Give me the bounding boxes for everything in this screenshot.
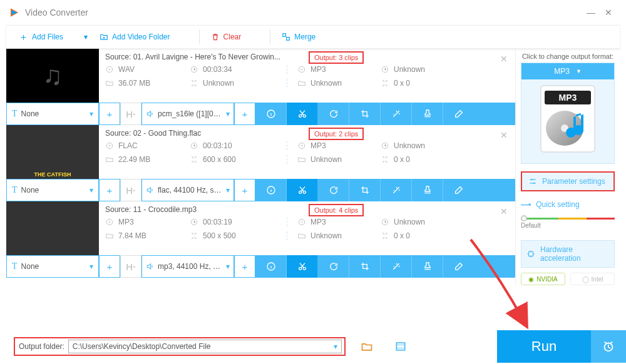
remove-item-button[interactable]: ✕: [500, 206, 508, 216]
edit-button[interactable]: [443, 179, 475, 201]
quality-slider[interactable]: [521, 218, 615, 220]
info-button[interactable]: [255, 255, 287, 278]
effects-button[interactable]: [381, 255, 412, 278]
crop-button[interactable]: [349, 179, 381, 201]
rotate-button[interactable]: [318, 255, 349, 278]
input-dimensions: 500 x 500: [203, 231, 236, 240]
merge-button[interactable]: Merge: [282, 33, 316, 41]
add-audio-button[interactable]: +: [234, 255, 255, 278]
clock-icon: [381, 65, 389, 74]
crop-button[interactable]: [349, 103, 381, 125]
rotate-button[interactable]: [318, 179, 349, 201]
folder-plus-icon: [100, 33, 108, 41]
clock-icon: [381, 141, 389, 150]
add-video-folder-button[interactable]: Add Video Folder: [100, 33, 170, 41]
chevron-down-icon: ▾: [226, 262, 230, 271]
svg-point-35: [533, 183, 535, 184]
subtitle-value: None: [21, 109, 39, 118]
edit-button[interactable]: [443, 255, 475, 278]
slider-knob[interactable]: [521, 215, 527, 221]
chevron-down-icon: ▾: [334, 342, 337, 351]
minimize-button[interactable]: —: [582, 8, 600, 18]
add-audio-button[interactable]: +: [234, 103, 255, 125]
disc-icon: [105, 65, 114, 74]
schedule-button[interactable]: [591, 330, 626, 363]
hw-accel-label: Hardware acceleration: [540, 245, 609, 263]
svg-rect-1: [287, 38, 290, 41]
output-duration: Unknown: [394, 141, 425, 150]
close-button[interactable]: ✕: [600, 8, 617, 18]
parameter-settings-button[interactable]: Parameter settings: [521, 171, 615, 191]
open-folder-button[interactable]: [354, 334, 379, 359]
output-dimensions: 0 x 0: [394, 155, 410, 164]
chevron-down-icon: ▼: [576, 68, 582, 74]
hardware-acceleration-button[interactable]: Hardware acceleration: [521, 240, 615, 268]
item-thumbnail[interactable]: [6, 201, 99, 255]
add-subtitle-button[interactable]: +: [99, 255, 120, 278]
svg-point-20: [106, 219, 112, 225]
subtitle-select[interactable]: TNone▾: [6, 103, 99, 125]
add-subtitle-button[interactable]: +: [99, 179, 120, 201]
folder-icon: [105, 155, 114, 164]
clock-icon: [190, 65, 198, 74]
output-folder-select[interactable]: C:\Users\Kevincy\Desktop\Converted File …: [68, 340, 342, 353]
output-size: Unknown: [310, 79, 342, 88]
svg-point-6: [301, 69, 302, 70]
trim-button[interactable]: [287, 103, 318, 125]
item-thumbnail[interactable]: THE CATFISH: [6, 125, 99, 179]
remove-item-button[interactable]: ✕: [500, 130, 508, 140]
audio-track-select[interactable]: mp3, 44100 Hz, ste▾: [141, 255, 234, 278]
add-audio-button[interactable]: +: [234, 179, 255, 201]
hide-subtitle-button[interactable]: H×: [120, 103, 141, 125]
output-folder-label: Output folder:: [15, 342, 68, 351]
sliders-icon: [528, 177, 537, 186]
add-files-dropdown[interactable]: ▾: [81, 33, 91, 41]
disc-icon: [297, 141, 306, 150]
item-thumbnail[interactable]: ♫: [6, 49, 99, 103]
dimensions-icon: [381, 155, 389, 164]
run-button[interactable]: Run: [497, 330, 591, 363]
edit-button[interactable]: [443, 103, 475, 125]
item-control-bar: TNone▾ + H× pcm_s16le ([1][0][0]▾ +: [6, 103, 515, 125]
input-size: 22.49 MB: [118, 155, 150, 164]
chip-icon: [526, 250, 535, 258]
info-button[interactable]: [255, 179, 287, 201]
input-size: 7.84 MB: [118, 231, 146, 240]
clear-button[interactable]: Clear: [211, 33, 242, 41]
output-format-select[interactable]: MP3 ▼: [521, 63, 614, 79]
audio-track-select[interactable]: flac, 44100 Hz, stere▾: [141, 179, 234, 201]
dimensions-icon: [381, 231, 389, 240]
clock-icon: [381, 218, 389, 226]
svg-point-14: [299, 143, 304, 148]
info-button[interactable]: [255, 103, 287, 125]
effects-button[interactable]: [381, 103, 412, 125]
audio-track-select[interactable]: pcm_s16le ([1][0][0]▾: [141, 103, 234, 125]
watermark-button[interactable]: [412, 179, 443, 201]
remove-item-button[interactable]: ✕: [500, 54, 508, 64]
sidebar: Click to change output format: MP3 ▼ MP3: [516, 49, 620, 285]
rotate-button[interactable]: [318, 103, 349, 125]
subtitle-select[interactable]: TNone▾: [6, 255, 99, 278]
watermark-button[interactable]: [412, 103, 443, 125]
trim-button[interactable]: [287, 179, 318, 201]
chevron-down-icon: ▾: [90, 262, 93, 271]
folder-icon: [297, 231, 306, 240]
trim-button[interactable]: [287, 255, 318, 278]
disc-icon: [105, 218, 114, 226]
effects-button[interactable]: [381, 179, 412, 201]
disc-icon: [297, 218, 306, 226]
hide-subtitle-button[interactable]: H×: [120, 255, 141, 278]
dimensions-icon: [190, 155, 198, 164]
folder-icon: [105, 231, 114, 240]
disc-icon: [105, 141, 114, 150]
crop-button[interactable]: [349, 255, 381, 278]
subtitle-select[interactable]: TNone▾: [6, 179, 99, 201]
toolbar-separator: [199, 29, 200, 44]
watermark-button[interactable]: [412, 255, 443, 278]
nvidia-icon: ◉: [528, 276, 534, 283]
hide-subtitle-button[interactable]: H×: [120, 179, 141, 201]
film-icon-button[interactable]: [388, 334, 413, 359]
svg-point-34: [531, 179, 532, 180]
add-subtitle-button[interactable]: +: [99, 103, 120, 125]
add-files-button[interactable]: ＋ Add Files: [19, 31, 63, 43]
